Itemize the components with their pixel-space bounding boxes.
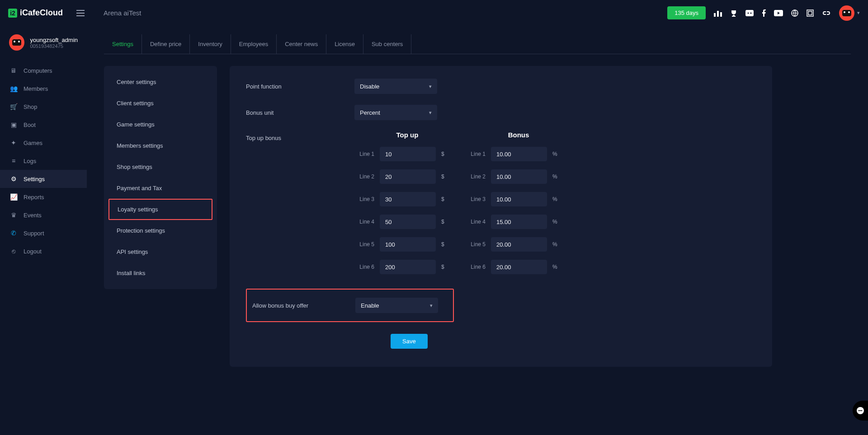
bonus-line-input-6[interactable] [491, 260, 547, 274]
logout-icon: ⎋ [10, 248, 17, 255]
sidebar-item-boot[interactable]: ▣Boot [0, 116, 87, 134]
line-label: Line 3 [466, 196, 486, 202]
allow-bonus-value: Enable [361, 302, 379, 309]
allow-bonus-buy-row: Allow bonus buy offer Enable [246, 289, 454, 322]
subnav-install-links[interactable]: Install links [104, 262, 217, 284]
topup-line-input-1[interactable] [380, 147, 436, 161]
discord-icon[interactable] [745, 10, 754, 16]
bonus-line-row: Line 2% [466, 169, 558, 184]
subnav-center-settings[interactable]: Center settings [104, 71, 217, 93]
topup-line-row: Line 3$ [354, 192, 447, 206]
chat-icon [857, 407, 864, 414]
sidebar-item-computers[interactable]: 🖥Computers [0, 61, 87, 80]
subnav-game-settings[interactable]: Game settings [104, 114, 217, 135]
svg-rect-3 [745, 10, 754, 16]
line-label: Line 3 [354, 196, 374, 202]
topup-column: Top up Line 1$Line 2$Line 3$Line 4$Line … [354, 131, 447, 282]
tab-license[interactable]: License [326, 34, 363, 54]
svg-rect-0 [714, 13, 716, 17]
leaderboard-icon[interactable] [714, 9, 722, 17]
topup-column-header: Top up [354, 131, 447, 139]
tab-sub-centers[interactable]: Sub centers [363, 34, 411, 54]
bonus-line-row: Line 4% [466, 215, 558, 229]
sidebar-item-label: Support [24, 230, 44, 237]
bonus-unit-label: Bonus unit [246, 109, 354, 116]
subnav-client-settings[interactable]: Client settings [104, 93, 217, 114]
tab-employees[interactable]: Employees [231, 34, 277, 54]
tab-settings[interactable]: Settings [104, 34, 142, 54]
sidebar-item-events[interactable]: ♛Events [0, 206, 87, 224]
logo-text: iCafeCloud [20, 8, 63, 18]
svg-rect-2 [720, 12, 722, 17]
topup-line-row: Line 2$ [354, 169, 447, 184]
topup-line-row: Line 5$ [354, 237, 447, 252]
subnav-shop-settings[interactable]: Shop settings [104, 156, 217, 178]
link-icon[interactable] [822, 10, 831, 16]
bonus-column: Bonus Line 1%Line 2%Line 3%Line 4%Line 5… [466, 131, 558, 282]
sidebar-item-label: Members [24, 85, 48, 92]
topup-line-input-6[interactable] [380, 260, 436, 274]
bonus-line-input-4[interactable] [491, 215, 547, 229]
chevron-down-icon[interactable]: ▾ [857, 10, 860, 16]
sidebar-item-support[interactable]: ✆Support [0, 224, 87, 242]
sidebar-item-label: Shop [24, 103, 37, 110]
subnav-protection-settings[interactable]: Protection settings [104, 220, 217, 241]
bonus-line-input-1[interactable] [491, 147, 547, 161]
app-icon[interactable] [807, 9, 814, 17]
bonus-line-input-5[interactable] [491, 237, 547, 252]
boot-icon: ▣ [10, 121, 17, 128]
percent-unit: % [552, 196, 558, 202]
sidebar-item-shop[interactable]: 🛒Shop [0, 98, 87, 116]
subnav-loyalty-settings[interactable]: Loyalty settings [108, 199, 212, 220]
menu-toggle-icon[interactable] [76, 10, 85, 16]
bonus-unit-select[interactable]: Percent [354, 105, 437, 120]
line-label: Line 1 [466, 151, 486, 157]
svg-point-11 [859, 410, 859, 411]
subnav-payment-tax[interactable]: Payment and Tax [104, 178, 217, 199]
sidebar-item-games[interactable]: ✦Games [0, 134, 87, 152]
tab-inventory[interactable]: Inventory [190, 34, 231, 54]
youtube-icon[interactable] [774, 10, 783, 16]
line-label: Line 1 [354, 151, 374, 157]
sidebar-item-members[interactable]: 👥Members [0, 80, 87, 98]
globe-icon[interactable] [791, 9, 798, 17]
gamepad-icon: ✦ [10, 139, 17, 146]
save-button[interactable]: Save [391, 334, 428, 349]
sidebar-item-reports[interactable]: 📈Reports [0, 188, 87, 206]
chart-icon: 📈 [10, 193, 17, 201]
topup-line-row: Line 4$ [354, 215, 447, 229]
facebook-icon[interactable] [762, 9, 766, 17]
point-function-select[interactable]: Disable [354, 79, 437, 94]
subnav-api-settings[interactable]: API settings [104, 241, 217, 262]
gear-icon: ⚙ [10, 175, 17, 182]
settings-panel: Point function Disable Bonus unit Percen… [230, 66, 772, 367]
sidebar-user-block[interactable]: youngzsoft_admin 005193482475 [0, 34, 87, 61]
topup-line-input-5[interactable] [380, 237, 436, 252]
allow-bonus-select[interactable]: Enable [355, 298, 438, 313]
topup-line-input-4[interactable] [380, 215, 436, 229]
sidebar-item-settings[interactable]: ⚙Settings [0, 170, 87, 188]
percent-unit: % [552, 219, 558, 225]
topbar: i2 iCafeCloud Arena aiTest 135 days ▾ [0, 0, 868, 26]
topup-line-input-2[interactable] [380, 169, 436, 184]
subnav-members-settings[interactable]: Members settings [104, 135, 217, 156]
sidebar-item-logs[interactable]: ≡Logs [0, 152, 87, 170]
user-avatar[interactable] [839, 5, 854, 21]
topup-line-input-3[interactable] [380, 192, 436, 206]
sidebar-item-label: Events [24, 212, 42, 219]
tab-define-price[interactable]: Define price [142, 34, 190, 54]
bonus-line-input-2[interactable] [491, 169, 547, 184]
sidebar-item-logout[interactable]: ⎋Logout [0, 242, 87, 260]
bonus-line-input-3[interactable] [491, 192, 547, 206]
days-remaining-button[interactable]: 135 days [667, 6, 706, 19]
sidebar-item-label: Games [24, 140, 42, 146]
cart-icon: 🛒 [10, 103, 17, 110]
point-function-value: Disable [360, 83, 379, 90]
currency-unit: $ [441, 173, 447, 180]
allow-bonus-label: Allow bonus buy offer [249, 302, 355, 309]
tab-center-news[interactable]: Center news [277, 34, 326, 54]
logo[interactable]: i2 iCafeCloud [8, 8, 63, 18]
currency-unit: $ [441, 264, 447, 270]
sidebar-avatar-icon [9, 34, 24, 51]
trophy-icon[interactable] [730, 9, 737, 17]
